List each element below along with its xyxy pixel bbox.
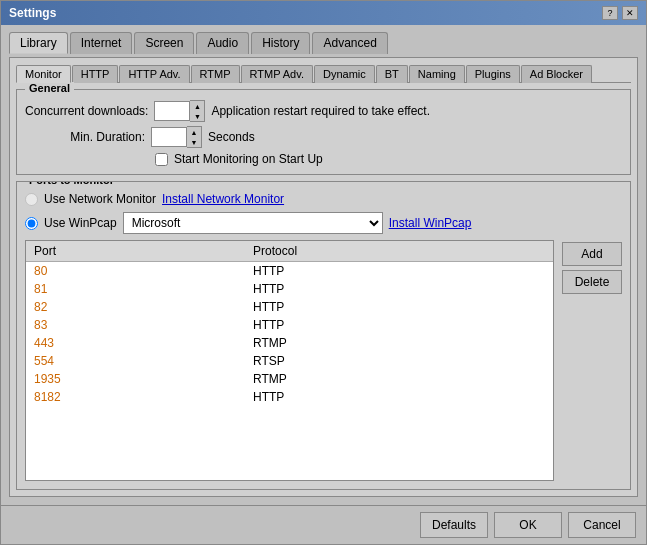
ports-groupbox: Ports to Monitor Use Network Monitor Ins… <box>16 181 631 490</box>
title-bar: Settings ? ✕ <box>1 1 646 25</box>
sub-tab-naming[interactable]: Naming <box>409 65 465 83</box>
protocol-col-header: Protocol <box>245 241 553 262</box>
sub-tab-bt[interactable]: BT <box>376 65 408 83</box>
install-winpcap-link[interactable]: Install WinPcap <box>389 216 472 230</box>
tab-screen[interactable]: Screen <box>134 32 194 54</box>
use-winpcap-label: Use WinPcap <box>44 216 117 230</box>
min-duration-up[interactable]: ▲ <box>187 127 201 137</box>
settings-window: Settings ? ✕ Library Internet Screen Aud… <box>0 0 647 545</box>
winpcap-select[interactable]: Microsoft <box>123 212 383 234</box>
table-buttons: Add Delete <box>562 240 622 481</box>
use-network-monitor-label: Use Network Monitor <box>44 192 156 206</box>
install-network-monitor-link[interactable]: Install Network Monitor <box>162 192 284 206</box>
min-duration-down[interactable]: ▼ <box>187 137 201 147</box>
tab-internet[interactable]: Internet <box>70 32 133 54</box>
spinner-down[interactable]: ▼ <box>190 111 204 121</box>
table-area: Port Protocol 80HTTP81HTTP82HTTP83HTTP44… <box>25 240 622 481</box>
start-monitoring-checkbox[interactable] <box>155 153 168 166</box>
table-row[interactable]: 83HTTP <box>26 316 553 334</box>
start-monitoring-row: Start Monitoring on Start Up <box>155 152 622 166</box>
restart-hint: Application restart required to take eff… <box>211 104 430 118</box>
concurrent-downloads-spinner: 5 ▲ ▼ <box>154 100 205 122</box>
port-cell: 8182 <box>26 388 245 406</box>
protocol-cell: HTTP <box>245 388 553 406</box>
sub-tab-adblocker[interactable]: Ad Blocker <box>521 65 592 83</box>
help-button[interactable]: ? <box>602 6 618 20</box>
spinner-buttons: ▲ ▼ <box>190 100 205 122</box>
general-groupbox: General Concurrent downloads: 5 ▲ ▼ Appl… <box>16 89 631 175</box>
port-table-container: Port Protocol 80HTTP81HTTP82HTTP83HTTP44… <box>25 240 554 481</box>
table-row[interactable]: 80HTTP <box>26 262 553 281</box>
concurrent-downloads-label: Concurrent downloads: <box>25 104 148 118</box>
network-monitor-row: Use Network Monitor Install Network Moni… <box>25 192 622 206</box>
protocol-cell: RTMP <box>245 334 553 352</box>
protocol-cell: HTTP <box>245 298 553 316</box>
tab-library[interactable]: Library <box>9 32 68 54</box>
table-row[interactable]: 1935RTMP <box>26 370 553 388</box>
min-duration-input[interactable]: 0 <box>151 127 187 147</box>
protocol-cell: RTSP <box>245 352 553 370</box>
protocol-cell: HTTP <box>245 262 553 281</box>
min-duration-spinner: 0 ▲ ▼ <box>151 126 202 148</box>
port-col-header: Port <box>26 241 245 262</box>
protocol-cell: HTTP <box>245 280 553 298</box>
seconds-label: Seconds <box>208 130 255 144</box>
min-duration-spinner-buttons: ▲ ▼ <box>187 126 202 148</box>
sub-tab-monitor[interactable]: Monitor <box>16 65 71 83</box>
protocol-cell: HTTP <box>245 316 553 334</box>
content-area: Library Internet Screen Audio History Ad… <box>1 25 646 505</box>
min-duration-label: Min. Duration: <box>25 130 145 144</box>
min-duration-row: Min. Duration: 0 ▲ ▼ Seconds <box>25 126 622 148</box>
start-monitoring-label: Start Monitoring on Start Up <box>174 152 323 166</box>
concurrent-downloads-input[interactable]: 5 <box>154 101 190 121</box>
main-tab-row: Library Internet Screen Audio History Ad… <box>9 31 638 53</box>
protocol-cell: RTMP <box>245 370 553 388</box>
tab-history[interactable]: History <box>251 32 310 54</box>
spinner-up[interactable]: ▲ <box>190 101 204 111</box>
port-table: Port Protocol 80HTTP81HTTP82HTTP83HTTP44… <box>26 241 553 406</box>
general-content: Concurrent downloads: 5 ▲ ▼ Application … <box>25 96 622 166</box>
port-cell: 443 <box>26 334 245 352</box>
tab-advanced[interactable]: Advanced <box>312 32 387 54</box>
cancel-button[interactable]: Cancel <box>568 512 636 538</box>
sub-tab-rtmp[interactable]: RTMP <box>191 65 240 83</box>
general-title: General <box>25 82 74 94</box>
sub-tab-row: Monitor HTTP HTTP Adv. RTMP RTMP Adv. Dy… <box>16 64 631 83</box>
port-cell: 83 <box>26 316 245 334</box>
use-network-monitor-radio[interactable] <box>25 193 38 206</box>
bottom-bar: Defaults OK Cancel <box>1 505 646 544</box>
port-cell: 1935 <box>26 370 245 388</box>
port-cell: 81 <box>26 280 245 298</box>
table-row[interactable]: 82HTTP <box>26 298 553 316</box>
sub-tab-dynamic[interactable]: Dynamic <box>314 65 375 83</box>
defaults-button[interactable]: Defaults <box>420 512 488 538</box>
window-title: Settings <box>9 6 56 20</box>
table-row[interactable]: 8182HTTP <box>26 388 553 406</box>
sub-tab-rtmp-adv[interactable]: RTMP Adv. <box>241 65 313 83</box>
delete-button[interactable]: Delete <box>562 270 622 294</box>
close-button[interactable]: ✕ <box>622 6 638 20</box>
port-cell: 554 <box>26 352 245 370</box>
table-row[interactable]: 554RTSP <box>26 352 553 370</box>
table-row[interactable]: 81HTTP <box>26 280 553 298</box>
port-cell: 80 <box>26 262 245 281</box>
ports-title: Ports to Monitor <box>25 181 118 186</box>
sub-tab-plugins[interactable]: Plugins <box>466 65 520 83</box>
tab-audio[interactable]: Audio <box>196 32 249 54</box>
sub-tab-http[interactable]: HTTP <box>72 65 119 83</box>
sub-tab-http-adv[interactable]: HTTP Adv. <box>119 65 189 83</box>
add-button[interactable]: Add <box>562 242 622 266</box>
port-cell: 82 <box>26 298 245 316</box>
table-row[interactable]: 443RTMP <box>26 334 553 352</box>
tab-panel: Monitor HTTP HTTP Adv. RTMP RTMP Adv. Dy… <box>9 57 638 497</box>
ports-content: Use Network Monitor Install Network Moni… <box>25 188 622 481</box>
concurrent-downloads-row: Concurrent downloads: 5 ▲ ▼ Application … <box>25 100 622 122</box>
winpcap-row: Use WinPcap Microsoft Install WinPcap <box>25 212 622 234</box>
use-winpcap-radio[interactable] <box>25 217 38 230</box>
ok-button[interactable]: OK <box>494 512 562 538</box>
title-bar-controls: ? ✕ <box>602 6 638 20</box>
